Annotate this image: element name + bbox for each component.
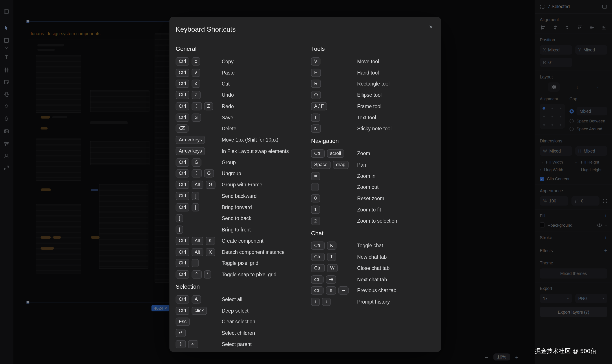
shortcut-description: Pan — [357, 162, 366, 168]
key-badge: Ctrl — [176, 80, 189, 88]
key-badge: K — [327, 242, 336, 250]
shortcut-description: Zoom — [357, 151, 370, 156]
shortcut-description: Zoom to selection — [357, 218, 397, 224]
shortcut-description: Create component — [222, 238, 264, 244]
key-badge: N — [311, 125, 321, 133]
shortcut-row: Arrow keysMove 1px (Shift for 10px) — [176, 134, 311, 145]
shortcut-description: Toggle snap to pixel grid — [222, 272, 276, 278]
shortcuts-column-left: GeneralCtrlcCopyCtrlvPasteCtrlxCutCtrlZU… — [176, 45, 311, 352]
key-badge: ' — [204, 270, 211, 278]
key-badge: ⇧ — [326, 286, 336, 295]
shortcut-description: Bring forward — [222, 204, 252, 210]
shortcut-description: Group — [222, 159, 236, 165]
shortcut-row: CtrlWClose chat tab — [311, 263, 435, 274]
shortcut-description: Save — [222, 115, 233, 120]
close-icon[interactable]: × — [427, 23, 435, 31]
shortcut-description: Zoom to fit — [357, 207, 381, 213]
key-badge: T — [311, 113, 320, 122]
key-badge: ctrl — [311, 275, 324, 283]
section-heading: Tools — [311, 45, 435, 52]
keyboard-shortcuts-modal: Keyboard Shortcuts × GeneralCtrlcCopyCtr… — [169, 17, 441, 352]
key-badge: ] — [176, 225, 183, 234]
shortcut-row: CtrlclickDeep select — [176, 305, 311, 316]
key-badge: scroll — [327, 149, 344, 158]
shortcut-description: Bring to front — [222, 227, 251, 233]
shortcut-row: ⇧↵Select parent — [176, 339, 311, 350]
key-badge: c — [192, 57, 200, 65]
shortcut-description: Redo — [222, 103, 234, 109]
key-badge: ⇧ — [176, 340, 186, 348]
key-badge: Arrow keys — [176, 136, 205, 144]
key-badge: G — [206, 181, 215, 189]
shortcut-row: Ctrl[Send backward — [176, 190, 311, 202]
shortcut-section: SelectionCtrlASelect allCtrlclickDeep se… — [176, 283, 311, 350]
shortcut-description: Previous chat tab — [357, 288, 396, 294]
key-badge: ↵ — [188, 340, 198, 348]
shortcut-description: Select parent — [222, 341, 252, 347]
shortcut-row: Ctrl⇧GUngroup — [176, 168, 311, 179]
key-badge: drag — [333, 161, 348, 169]
shortcut-row: ]Bring to front — [176, 224, 311, 235]
shortcut-row: CtrlAltXDetach component instance — [176, 247, 311, 258]
key-badge: Ctrl — [176, 91, 189, 99]
shortcut-description: Close chat tab — [357, 265, 390, 271]
key-badge: Alt — [192, 181, 203, 189]
key-badge: Ctrl — [176, 158, 189, 166]
shortcut-row: CtrlTNew chat tab — [311, 251, 435, 262]
shortcut-description: New chat tab — [357, 254, 387, 260]
key-badge: ↓ — [322, 298, 331, 306]
key-badge: A / F — [311, 102, 327, 110]
shortcut-row: TText tool — [311, 112, 435, 123]
key-badge: ⇧ — [192, 102, 202, 110]
key-badge: ⌫ — [176, 125, 189, 133]
key-badge: Arrow keys — [176, 147, 205, 155]
key-badge: v — [192, 69, 200, 77]
key-badge: Ctrl — [176, 192, 189, 200]
key-badge: Ctrl — [311, 242, 325, 250]
shortcut-description: Copy — [222, 58, 234, 65]
key-badge: Ctrl — [176, 69, 189, 77]
shortcut-row: ⌫Delete — [176, 123, 311, 134]
key-badge: Ctrl — [176, 57, 189, 65]
key-badge: [ — [192, 192, 199, 200]
key-badge: 2 — [311, 217, 320, 225]
key-badge: X — [206, 248, 215, 256]
shortcut-row: CtrlASelect all — [176, 294, 311, 305]
shortcut-description: Frame tool — [357, 103, 381, 109]
shortcut-description: Ellipse tool — [357, 92, 382, 98]
shortcut-row: CtrlcCopy — [176, 56, 311, 67]
key-badge: V — [311, 57, 321, 65]
shortcut-row: RRectangle tool — [311, 78, 435, 90]
key-badge: x — [192, 80, 200, 88]
key-badge: Ctrl — [176, 102, 189, 110]
key-badge: Alt — [192, 248, 203, 256]
key-badge: Ctrl — [176, 113, 189, 122]
key-badge: Ctrl — [176, 306, 189, 314]
shortcut-description: Reset zoom — [357, 195, 384, 201]
shortcut-row: CtrlscrollZoom — [311, 148, 435, 159]
shortcut-description: Send to back — [222, 215, 251, 221]
key-badge: = — [311, 172, 320, 180]
shortcut-description: Detach component instance — [222, 249, 285, 255]
shortcut-description: Select all — [222, 297, 242, 302]
shortcut-row: Ctrl⇧ZRedo — [176, 101, 311, 112]
shortcut-row: 1Zoom to fit — [311, 204, 435, 215]
shortcut-row: EscClear selection — [176, 316, 311, 327]
shortcut-row: CtrlGGroup — [176, 157, 311, 168]
section-heading: Navigation — [311, 137, 435, 145]
shortcut-description: Send backward — [222, 193, 257, 199]
shortcut-row: NSticky note tool — [311, 123, 435, 134]
shortcut-description: Rectangle tool — [357, 81, 390, 87]
shortcut-section: NavigationCtrlscrollZoomSpacedragPan=Zoo… — [311, 137, 435, 226]
shortcut-row: Ctrl]Bring forward — [176, 202, 311, 213]
key-badge: Ctrl — [176, 169, 189, 178]
key-badge: ' — [192, 259, 199, 267]
shortcut-description: Deep select — [222, 308, 249, 314]
key-badge: Ctrl — [176, 295, 189, 303]
key-badge: K — [206, 237, 215, 245]
key-badge: Z — [204, 102, 213, 110]
shortcut-row: =Zoom in — [311, 170, 435, 182]
shortcut-row: -Zoom out — [311, 182, 435, 193]
shortcut-description: Zoom out — [357, 184, 378, 190]
key-badge: ↵ — [176, 329, 186, 337]
